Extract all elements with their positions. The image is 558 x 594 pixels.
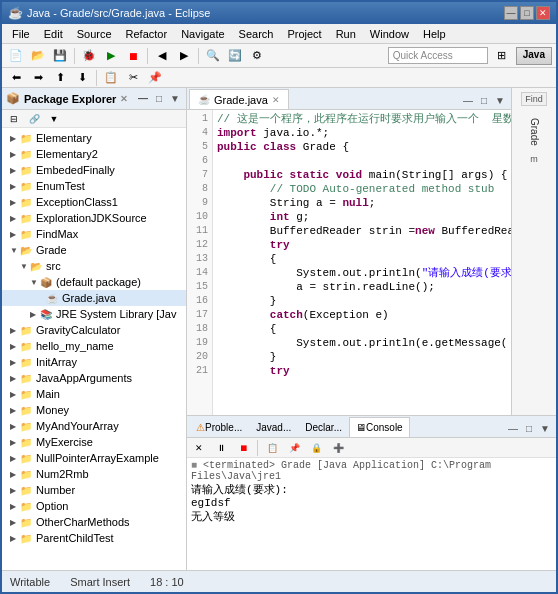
list-item[interactable]: ▶ 📁 Option bbox=[2, 498, 186, 514]
title-bar: ☕ Java - Grade/src/Grade.java - Eclipse … bbox=[2, 2, 556, 24]
stop-button[interactable]: ⏹ bbox=[123, 47, 143, 65]
tree-arrow: ▶ bbox=[10, 342, 20, 351]
menu-source[interactable]: Source bbox=[71, 26, 118, 42]
console-suspend-btn[interactable]: ⏸ bbox=[211, 439, 231, 457]
list-item[interactable]: ▶ 📁 EmbededFinally bbox=[2, 162, 186, 178]
save-button[interactable]: 💾 bbox=[50, 47, 70, 65]
collapse-all-btn[interactable]: ⊟ bbox=[4, 110, 24, 128]
list-item[interactable]: ▶ 📁 Elementary bbox=[2, 130, 186, 146]
list-item[interactable]: ▶ 📁 ParentChildTest bbox=[2, 530, 186, 546]
find-button[interactable]: Find bbox=[521, 92, 547, 106]
tab-close-icon[interactable]: ✕ bbox=[272, 95, 280, 105]
console-paste-btn[interactable]: 📌 bbox=[284, 439, 304, 457]
menu-file[interactable]: File bbox=[6, 26, 36, 42]
menu-window[interactable]: Window bbox=[364, 26, 415, 42]
folder-icon: 📁 bbox=[20, 181, 34, 192]
console-clear-btn[interactable]: ✕ bbox=[189, 439, 209, 457]
package-explorer-header: 📦 Package Explorer ✕ — □ ▼ bbox=[2, 88, 186, 110]
tab-console[interactable]: 🖥 Console bbox=[349, 417, 410, 437]
list-item[interactable]: ☕ Grade.java bbox=[2, 290, 186, 306]
panel-minimize-btn[interactable]: — bbox=[136, 92, 150, 106]
code-editor[interactable]: // 这是一个程序，此程序在运行时要求用户输入一个 星数， import jav… bbox=[213, 110, 511, 415]
list-item[interactable]: ▶ 📁 ExceptionClass1 bbox=[2, 194, 186, 210]
console-output-line-3: 无入等级 bbox=[191, 509, 552, 524]
forward-button[interactable]: ▶ bbox=[174, 47, 194, 65]
editor-tab-bar: ☕ Grade.java ✕ — □ ▼ bbox=[187, 88, 511, 110]
console-stop-btn[interactable]: ⏹ bbox=[233, 439, 253, 457]
tb2-btn4[interactable]: ⬇ bbox=[72, 69, 92, 87]
list-item[interactable]: ▶ 📁 Number bbox=[2, 482, 186, 498]
list-item[interactable]: ▶ 📁 OtherCharMethods bbox=[2, 514, 186, 530]
editor-minimize-btn[interactable]: — bbox=[461, 93, 475, 107]
maximize-button[interactable]: □ bbox=[520, 6, 534, 20]
settings-button[interactable]: ⚙ bbox=[247, 47, 267, 65]
tab-javadoc[interactable]: Javad... bbox=[249, 417, 298, 437]
quick-access-box[interactable]: Quick Access bbox=[388, 47, 488, 64]
list-item[interactable]: ▶ 📁 Main bbox=[2, 386, 186, 402]
run-button[interactable]: ▶ bbox=[101, 47, 121, 65]
list-item[interactable]: ▼ 📦 (default package) bbox=[2, 274, 186, 290]
list-item[interactable]: ▶ 📁 Elementary2 bbox=[2, 146, 186, 162]
console-scroll-lock-btn[interactable]: 🔒 bbox=[306, 439, 326, 457]
list-item[interactable]: ▶ 📁 EnumTest bbox=[2, 178, 186, 194]
explorer-item-label: JRE System Library [Jav bbox=[56, 308, 176, 320]
tb2-btn1[interactable]: ⬅ bbox=[6, 69, 26, 87]
tree-arrow: ▶ bbox=[10, 358, 20, 367]
editor-maximize-btn[interactable]: □ bbox=[477, 93, 491, 107]
tree-arrow: ▶ bbox=[10, 486, 20, 495]
tb2-btn2[interactable]: ➡ bbox=[28, 69, 48, 87]
close-button[interactable]: ✕ bbox=[536, 6, 550, 20]
explorer-menu-btn[interactable]: ▼ bbox=[44, 110, 64, 128]
console-output-line-2: egIdsf bbox=[191, 497, 552, 509]
list-item[interactable]: ▶ 📁 GravityCalculator bbox=[2, 322, 186, 338]
menu-refactor[interactable]: Refactor bbox=[120, 26, 174, 42]
new-button[interactable]: 📄 bbox=[6, 47, 26, 65]
console-copy-btn[interactable]: 📋 bbox=[262, 439, 282, 457]
editor-tab-grade[interactable]: ☕ Grade.java ✕ bbox=[189, 89, 289, 109]
debug-button[interactable]: 🐞 bbox=[79, 47, 99, 65]
java-perspective-button[interactable]: Java bbox=[516, 47, 552, 65]
tab-declaration[interactable]: Declar... bbox=[298, 417, 349, 437]
search-button[interactable]: 🔍 bbox=[203, 47, 223, 65]
list-item[interactable]: ▼ 📂 src bbox=[2, 258, 186, 274]
editor-area: ☕ Grade.java ✕ — □ ▼ bbox=[187, 88, 511, 415]
open-button[interactable]: 📂 bbox=[28, 47, 48, 65]
tb2-btn6[interactable]: ✂ bbox=[123, 69, 143, 87]
menu-search[interactable]: Search bbox=[233, 26, 280, 42]
tb2-btn7[interactable]: 📌 bbox=[145, 69, 165, 87]
explorer-item-label: Main bbox=[36, 388, 60, 400]
menu-help[interactable]: Help bbox=[417, 26, 452, 42]
back-button[interactable]: ◀ bbox=[152, 47, 172, 65]
editor-content[interactable]: 1 4 5 6 7 8 9 10 11 12 13 bbox=[187, 110, 511, 415]
menu-edit[interactable]: Edit bbox=[38, 26, 69, 42]
refresh-button[interactable]: 🔄 bbox=[225, 47, 245, 65]
bottom-menu-btn[interactable]: ▼ bbox=[538, 421, 552, 435]
menu-project[interactable]: Project bbox=[281, 26, 327, 42]
menu-run[interactable]: Run bbox=[330, 26, 362, 42]
list-item[interactable]: ▶ 📁 FindMax bbox=[2, 226, 186, 242]
list-item[interactable]: ▼ 📂 Grade bbox=[2, 242, 186, 258]
list-item[interactable]: ▶ 📁 ExplorationJDKSource bbox=[2, 210, 186, 226]
list-item[interactable]: ▶ 📁 Num2Rmb bbox=[2, 466, 186, 482]
tb2-btn3[interactable]: ⬆ bbox=[50, 69, 70, 87]
minimize-button[interactable]: — bbox=[504, 6, 518, 20]
link-editor-btn[interactable]: 🔗 bbox=[24, 110, 44, 128]
list-item[interactable]: ▶ 📚 JRE System Library [Jav bbox=[2, 306, 186, 322]
list-item[interactable]: ▶ 📁 NullPointerArrayExample bbox=[2, 450, 186, 466]
bottom-minimize-btn[interactable]: — bbox=[506, 421, 520, 435]
panel-menu-btn[interactable]: ▼ bbox=[168, 92, 182, 106]
list-item[interactable]: ▶ 📁 Money bbox=[2, 402, 186, 418]
tb2-btn5[interactable]: 📋 bbox=[101, 69, 121, 87]
list-item[interactable]: ▶ 📁 InitArray bbox=[2, 354, 186, 370]
list-item[interactable]: ▶ 📁 hello_my_name bbox=[2, 338, 186, 354]
list-item[interactable]: ▶ 📁 JavaAppArguments bbox=[2, 370, 186, 386]
list-item[interactable]: ▶ 📁 MyExercise bbox=[2, 434, 186, 450]
menu-navigate[interactable]: Navigate bbox=[175, 26, 230, 42]
console-new-btn[interactable]: ➕ bbox=[328, 439, 348, 457]
bottom-maximize-btn[interactable]: □ bbox=[522, 421, 536, 435]
perspective-btn[interactable]: ⊞ bbox=[492, 47, 512, 65]
editor-menu-btn[interactable]: ▼ bbox=[493, 93, 507, 107]
panel-maximize-btn[interactable]: □ bbox=[152, 92, 166, 106]
list-item[interactable]: ▶ 📁 MyAndYourArray bbox=[2, 418, 186, 434]
tab-problems[interactable]: ⚠ Proble... bbox=[189, 417, 249, 437]
